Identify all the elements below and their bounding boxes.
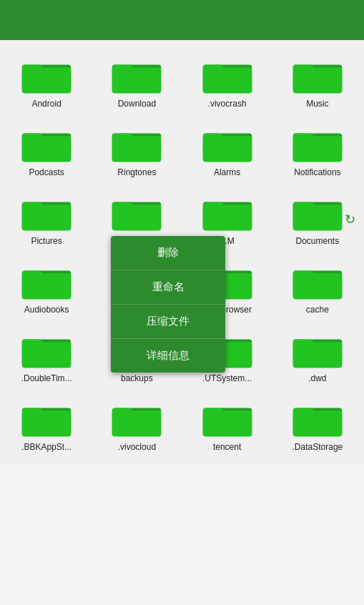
folder-label-pictures: Pictures [11, 236, 82, 246]
folder-icon-dwd [292, 329, 343, 370]
folder-icon-music [292, 54, 343, 96]
svg-rect-19 [112, 206, 161, 229]
folder-item-pictures[interactable]: Pictures [3, 185, 90, 250]
svg-rect-31 [293, 275, 342, 297]
folder-label-alarms: Alarms [192, 167, 263, 177]
folder-icon-podcasts [21, 123, 72, 164]
folder-item-podcasts[interactable]: Podcasts [3, 116, 90, 182]
folder-item-vivocloud[interactable]: .vivocloud [93, 390, 180, 456]
svg-rect-13 [202, 137, 251, 160]
folder-item-cache[interactable]: cache [274, 253, 361, 319]
folder-item-documents[interactable]: ↻Documents [274, 185, 361, 250]
folder-label-bbkappst: .BBKAppSt... [11, 442, 82, 452]
folder-item-vivocrash[interactable]: .vivocrash [184, 47, 271, 113]
svg-rect-41 [22, 412, 71, 435]
folder-icon-ringtones [111, 123, 162, 164]
svg-rect-3 [112, 69, 161, 92]
app-header [0, 0, 364, 40]
folder-label-android: Android [11, 99, 82, 109]
folder-label-documents: Documents [282, 236, 353, 246]
folder-icon-dcim [202, 192, 253, 233]
folder-label-podcasts: Podcasts [11, 167, 82, 177]
folder-icon-doubletime [21, 329, 72, 370]
svg-rect-47 [293, 412, 342, 435]
svg-rect-45 [202, 412, 251, 435]
context-menu: 删除重命名压缩文件详细信息 [111, 236, 225, 373]
folder-label-audiobooks: Audiobooks [11, 305, 82, 315]
folder-label-vivocloud: .vivocloud [101, 442, 172, 452]
folder-item-doubletime[interactable]: .DoubleTim... [3, 322, 90, 388]
folder-item-datastorage[interactable]: .DataStorage [274, 390, 361, 456]
folder-icon-datastorage [292, 398, 343, 439]
folder-icon-alarms [202, 123, 253, 164]
folder-item-music[interactable]: Music [274, 47, 361, 113]
folder-label-notifications: Notifications [282, 167, 353, 177]
folder-icon-pictures [21, 192, 72, 233]
folder-icon-download [111, 54, 162, 96]
context-menu-item-2[interactable]: 压缩文件 [111, 305, 225, 339]
folder-label-music: Music [282, 99, 353, 109]
svg-rect-1 [22, 69, 71, 92]
folder-icon-tencent [202, 398, 253, 439]
folder-item-tencent[interactable]: tencent [184, 390, 271, 456]
folder-label-doubletime: .DoubleTim... [11, 373, 82, 383]
svg-rect-21 [202, 206, 251, 229]
svg-rect-33 [22, 343, 71, 366]
svg-rect-9 [22, 137, 71, 160]
svg-rect-39 [293, 343, 342, 366]
folder-item-alarms[interactable]: Alarms [184, 116, 271, 182]
svg-rect-15 [293, 137, 342, 160]
folder-item-download[interactable]: Download [93, 47, 180, 113]
folder-icon-cache [292, 260, 343, 302]
svg-rect-11 [112, 137, 161, 160]
folder-item-dwd[interactable]: .dwd [274, 322, 361, 388]
svg-rect-7 [293, 69, 342, 92]
folder-icon-vivocrash [202, 54, 253, 96]
folder-label-dwd: .dwd [282, 373, 353, 383]
context-menu-item-1[interactable]: 重命名 [111, 270, 225, 305]
svg-rect-5 [202, 69, 251, 92]
folder-icon-movies [111, 192, 162, 233]
folder-label-tencent: tencent [192, 442, 263, 452]
folder-item-ringtones[interactable]: Ringtones [93, 116, 180, 182]
folder-item-audiobooks[interactable]: Audiobooks [3, 253, 90, 319]
folder-label-download: Download [101, 99, 172, 109]
svg-rect-25 [22, 275, 71, 297]
svg-rect-43 [112, 412, 161, 435]
folder-label-cache: cache [282, 305, 353, 315]
folder-item-android[interactable]: Android [3, 47, 90, 113]
folder-item-notifications[interactable]: Notifications [274, 116, 361, 182]
folder-icon-vivocloud [111, 398, 162, 439]
context-menu-item-3[interactable]: 详细信息 [111, 339, 225, 373]
folder-label-backups: backups [101, 373, 172, 383]
folder-icon-android [21, 54, 72, 96]
context-menu-item-0[interactable]: 删除 [111, 236, 225, 270]
folder-label-datastorage: .DataStorage [282, 442, 353, 452]
refresh-icon: ↻ [345, 212, 355, 227]
folder-label-vivocrash: .vivocrash [192, 99, 263, 109]
folder-label-ringtones: Ringtones [101, 167, 172, 177]
folder-icon-notifications [292, 123, 343, 164]
svg-rect-23 [293, 206, 342, 229]
folder-icon-audiobooks [21, 260, 72, 302]
folder-item-bbkappst[interactable]: .BBKAppSt... [3, 390, 90, 456]
folder-icon-bbkappst [21, 398, 72, 439]
folder-icon-documents [292, 192, 343, 233]
svg-rect-17 [22, 206, 71, 229]
folder-label-utsystem: .UTSystem... [192, 373, 263, 383]
